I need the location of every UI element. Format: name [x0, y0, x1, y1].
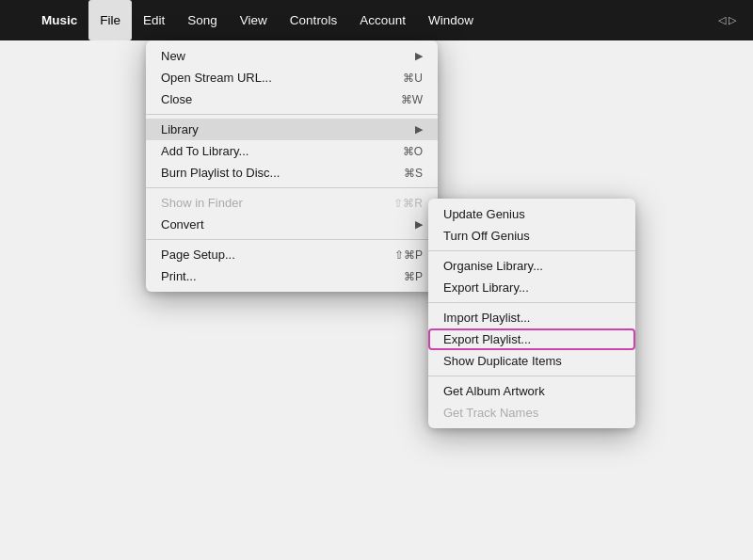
menu-item-show-duplicate[interactable]: Show Duplicate Items: [428, 350, 635, 372]
submenu-arrow-convert: ▶: [415, 218, 423, 231]
menu-item-album-artwork-label: Get Album Artwork: [443, 384, 545, 398]
menu-item-open-stream[interactable]: Open Stream URL... ⌘U: [146, 67, 438, 88]
menu-item-show-duplicate-label: Show Duplicate Items: [443, 354, 562, 368]
menubar-item-view[interactable]: View: [229, 0, 279, 40]
menu-item-convert[interactable]: Convert ▶: [146, 214, 438, 235]
menubar-item-account[interactable]: Account: [348, 0, 417, 40]
menu-item-organise-library[interactable]: Organise Library...: [428, 255, 635, 277]
menu-item-show-in-finder[interactable]: Show in Finder ⇧⌘R: [146, 192, 438, 214]
menu-item-burn-label: Burn Playlist to Disc...: [161, 166, 280, 180]
volume-up-icon: ▷: [729, 14, 736, 26]
menubar-item-window[interactable]: Window: [417, 0, 485, 40]
menu-item-add-to-library[interactable]: Add To Library... ⌘O: [146, 140, 438, 162]
menu-item-open-stream-shortcut: ⌘U: [403, 72, 423, 85]
menu-item-export-library[interactable]: Export Library...: [428, 277, 635, 298]
menu-item-import-playlist[interactable]: Import Playlist...: [428, 307, 635, 328]
menubar-item-edit[interactable]: Edit: [132, 0, 176, 40]
menu-item-update-genius-label: Update Genius: [443, 207, 525, 221]
file-menu-dropdown: New ▶ Open Stream URL... ⌘U Close ⌘W Lib…: [146, 40, 438, 292]
menu-item-close-shortcut: ⌘W: [401, 93, 423, 106]
menubar-item-file[interactable]: File: [88, 0, 132, 40]
menu-item-add-library-label: Add To Library...: [161, 144, 248, 158]
menu-item-close-label: Close: [161, 92, 192, 106]
menu-item-page-setup-shortcut: ⇧⌘P: [394, 248, 423, 262]
volume-control[interactable]: ◁ ▷: [709, 14, 745, 26]
menu-item-library-label: Library: [161, 122, 199, 136]
library-submenu-dropdown: Update Genius Turn Off Genius Organise L…: [428, 199, 635, 428]
menu-item-page-setup[interactable]: Page Setup... ⇧⌘P: [146, 244, 438, 265]
menu-item-update-genius[interactable]: Update Genius: [428, 203, 635, 225]
menu-item-burn-shortcut: ⌘S: [404, 167, 423, 180]
menu-item-library[interactable]: Library ▶: [146, 119, 438, 140]
menu-item-finder-label: Show in Finder: [161, 196, 243, 210]
separator-lib-3: [428, 376, 635, 376]
content-area: New ▶ Open Stream URL... ⌘U Close ⌘W Lib…: [0, 40, 753, 560]
submenu-arrow-new: ▶: [415, 50, 423, 62]
menu-item-export-playlist-label: Export Playlist...: [443, 332, 531, 346]
menu-item-new-label: New: [161, 49, 185, 63]
menu-item-export-library-label: Export Library...: [443, 280, 529, 295]
menu-item-print-shortcut: ⌘P: [404, 270, 423, 283]
menu-item-finder-shortcut: ⇧⌘R: [393, 197, 423, 210]
separator-2: [146, 187, 438, 188]
menu-item-print-label: Print...: [161, 269, 197, 283]
separator-lib-2: [428, 302, 635, 303]
separator-3: [146, 239, 438, 240]
menu-item-turn-off-genius[interactable]: Turn Off Genius: [428, 225, 635, 247]
separator-1: [146, 114, 438, 115]
menu-item-add-library-shortcut: ⌘O: [403, 145, 423, 158]
menu-item-open-stream-label: Open Stream URL...: [161, 71, 272, 85]
menubar-item-song[interactable]: Song: [176, 0, 229, 40]
menu-item-track-names-label: Get Track Names: [443, 406, 538, 420]
menu-item-turn-off-genius-label: Turn Off Genius: [443, 229, 530, 243]
menu-item-export-playlist[interactable]: Export Playlist...: [428, 328, 635, 350]
menu-item-organise-label: Organise Library...: [443, 259, 543, 273]
menu-item-new[interactable]: New ▶: [146, 45, 438, 67]
menubar-item-controls[interactable]: Controls: [279, 0, 348, 40]
menu-item-close[interactable]: Close ⌘W: [146, 88, 438, 110]
submenu-arrow-library: ▶: [415, 123, 423, 136]
menu-item-get-track-names[interactable]: Get Track Names: [428, 402, 635, 424]
menu-item-print[interactable]: Print... ⌘P: [146, 265, 438, 287]
menu-item-page-setup-label: Page Setup...: [161, 248, 235, 262]
menubar-item-music[interactable]: Music: [30, 0, 88, 40]
menu-item-import-playlist-label: Import Playlist...: [443, 311, 530, 325]
menubar: Music File Edit Song View Controls Accou…: [0, 0, 753, 40]
separator-lib-1: [428, 250, 635, 251]
menu-item-burn-playlist[interactable]: Burn Playlist to Disc... ⌘S: [146, 162, 438, 184]
volume-down-icon: ◁: [718, 14, 726, 26]
menu-item-get-album-artwork[interactable]: Get Album Artwork: [428, 380, 635, 402]
menu-item-convert-label: Convert: [161, 217, 204, 232]
